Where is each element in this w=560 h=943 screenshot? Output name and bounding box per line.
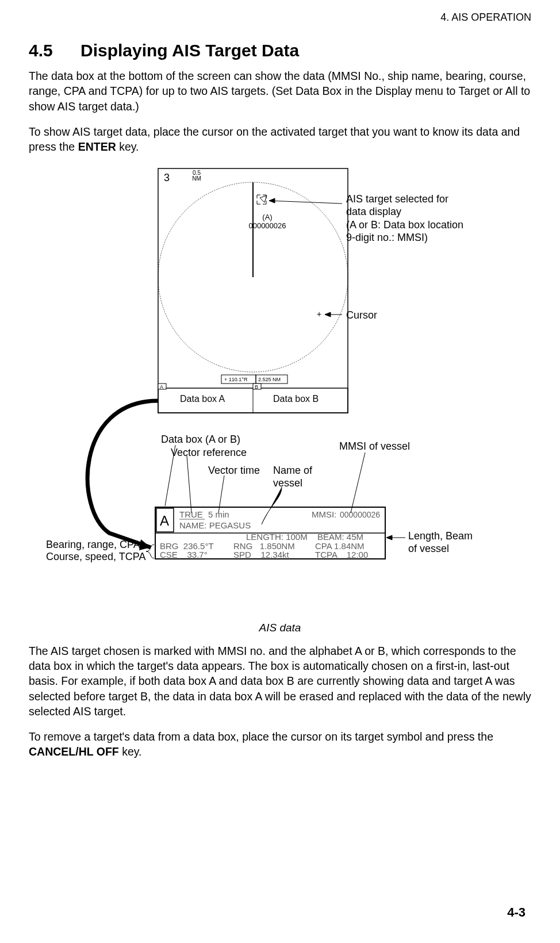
swoop-arrow <box>87 401 158 547</box>
svg-marker-13 <box>325 312 331 317</box>
annot-vector-ref: Vector reference <box>171 446 247 459</box>
paragraph-1: The data box at the bottom of the screen… <box>29 68 531 114</box>
ais-target-icon <box>257 195 267 204</box>
radar-display: 3 0.5 NM (A) 000000026 + + 110.1°R 2.525… <box>158 168 348 413</box>
para2-c: key. <box>116 140 139 153</box>
detail-name: NAME: PEGASUS <box>179 520 251 530</box>
readout-bearing: + 110.1°R <box>224 377 248 382</box>
detail-mmsi-label: MMSI: <box>312 509 336 519</box>
figure: 3 0.5 NM (A) 000000026 + + 110.1°R 2.525… <box>29 165 531 614</box>
svg-line-10 <box>269 201 342 204</box>
annot-name: Name of vessel <box>273 464 312 490</box>
figure-caption: AIS data <box>29 622 531 634</box>
data-box-b-label: Data box B <box>273 394 319 404</box>
tab-a: A <box>160 384 163 390</box>
arrows <box>269 198 342 317</box>
annot-length-beam: Length, Beam of vessel <box>408 530 473 555</box>
annot-target-sel: AIS target selected for data display (A … <box>346 193 463 244</box>
readout-range: 2.525 NM <box>258 377 281 382</box>
paragraph-4: To remove a target's data from a data bo… <box>29 729 531 760</box>
detail-box: A TRUE 5 min MMSI: 000000026 NAME: PEGAS… <box>155 507 385 559</box>
para4-c: key. <box>119 745 142 758</box>
page-number: 4-3 <box>507 905 526 920</box>
para4-a: To remove a target's data from a data bo… <box>29 730 493 743</box>
section-title: 4.5Displaying AIS Target Data <box>29 41 531 60</box>
annot-brg2: Course, speed, TCPA <box>46 550 145 564</box>
detail-tcpa: TCPA 12:00 <box>315 550 368 559</box>
svg-line-19 <box>187 456 191 513</box>
detail-mmsi: 000000026 <box>340 510 380 519</box>
svg-marker-11 <box>269 198 275 203</box>
paragraph-3: The AIS target chosen is marked with MMS… <box>29 643 531 719</box>
para4-key: CANCEL/HL OFF <box>29 745 119 758</box>
data-box-area: A B Data box A Data box B <box>158 384 348 413</box>
para2-key: ENTER <box>78 140 116 153</box>
radar-range-unit: NM <box>192 175 201 182</box>
tab-b: B <box>255 384 258 390</box>
svg-marker-23 <box>386 535 392 540</box>
target-label: (A) <box>262 213 272 221</box>
data-box-a-label: Data box A <box>180 394 225 404</box>
readout-box: + 110.1°R 2.525 NM <box>221 375 287 384</box>
detail-letter: A <box>160 513 169 528</box>
cursor-glyph: + <box>317 309 321 319</box>
target-mmsi: 000000026 <box>248 221 286 230</box>
paragraph-2: To show AIS target data, place the curso… <box>29 124 531 155</box>
detail-beam: BEAM: 45M <box>317 532 363 542</box>
annot-databox: Data box (A or B) <box>161 433 240 446</box>
section-title-text: Displaying AIS Target Data <box>80 41 299 60</box>
annot-mmsi: MMSI of vessel <box>339 440 410 453</box>
annot-cursor: Cursor <box>346 309 377 322</box>
annot-vector-time: Vector time <box>208 464 260 477</box>
radar-corner: 3 <box>164 172 170 183</box>
detail-cse: CSE 33.7° <box>160 550 208 559</box>
detail-spd: SPD 12.34kt <box>233 550 290 559</box>
detail-length: LENGTH: 100M <box>246 532 308 542</box>
svg-line-21 <box>351 453 365 513</box>
page: 4. AIS OPERATION 4.5Displaying AIS Targe… <box>0 0 560 943</box>
section-number: 4.5 <box>29 41 80 60</box>
chapter-header: 4. AIS OPERATION <box>29 12 531 24</box>
annot-brg1: Bearing, range, CPA <box>46 538 140 551</box>
